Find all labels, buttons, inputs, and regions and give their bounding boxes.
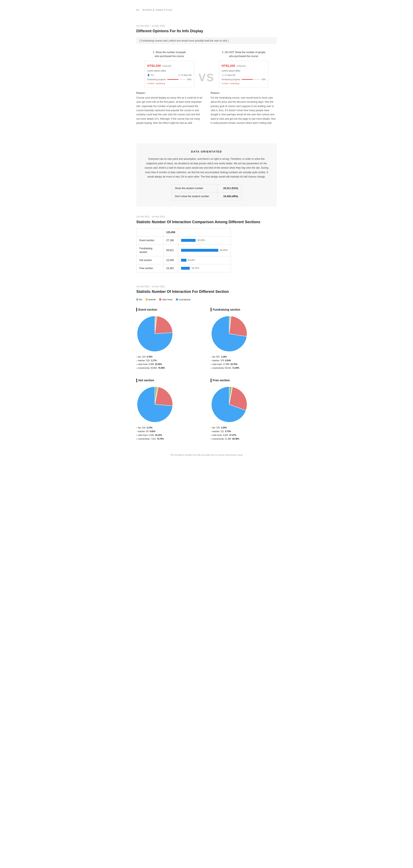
stats-row-label: Event section [137,236,163,244]
pie-label-item: ● courseJump: 50,615 72.49% [211,366,277,370]
pie-label-color: ● [211,438,212,440]
pie-label-color: ● [136,438,138,440]
section3: 1st Feb 2021 - 1st Nov 2021 Statistic Nu… [136,285,277,441]
chart-block-title: Fundraising section [211,308,277,312]
bar-fill [181,267,190,270]
data-orientated-text: Everyone has its own point and assumptio… [144,157,269,179]
legend-item: fav [136,298,142,301]
pie-labels: ● fav: 216 2.14%● teacher: 93 0.92%● vie… [136,426,202,441]
stats-row-bar: 22.02% [178,236,231,244]
pie-label-color: ● [136,367,138,369]
pie-label-color: ● [211,427,212,429]
pie-label-item: ● view more: 5,998 22.05% [136,363,202,366]
section1-title: Different Opinions For Its Info Display [136,28,277,34]
option1-card: NT$2,200 NT$3,600 Lorem ipsum dolor 👤 71… [144,61,194,88]
option2-reason: For the fundraising course, user would t… [211,96,277,125]
pie-label-color: ● [211,367,212,369]
option2-number: 2. DO NOT Show the number of peoplewho p… [211,51,277,58]
pie-label-pct: 23.22% [155,434,162,436]
pct-label: 56.55% [220,248,228,252]
pie-label-item: ● fav: 216 2.14% [136,426,202,430]
data-orientated-title: DATA ORIENTATED [144,150,269,154]
stats-row-bar: 13.27% [178,264,231,272]
pie-chart [136,315,178,353]
pie-label-pct: 0.92% [149,430,155,433]
stats-row-label: Free section [137,264,163,272]
pie-label-pct: 75.98% [158,367,165,369]
pie-label-pct: 69.48% [232,438,239,440]
legend-label: coursejump [179,298,191,301]
pie-label-pct: 25.76% [231,363,238,365]
legend-item: view more [159,298,172,301]
bar-fill [181,249,218,252]
pie-label-color: ● [136,434,138,436]
option2-card: NT$2,200 NT$3,600 Lorem ipsum dolor 🕐 12… [219,61,269,88]
pie-label-pct: 2.14% [147,427,152,429]
card1-tag: Online : fundraising [147,82,192,85]
data-table-row: Don't show the student number19,438 (49%… [172,192,242,200]
legend-item: teacher [146,298,156,301]
card1-price: NT$2,200 [147,63,161,68]
legend-dot [159,299,161,301]
card2-original-price: NT$3,600 [237,65,246,67]
card1-original-price: NT$3,600 [162,65,171,67]
stats-row-value: 10,058 [163,256,178,264]
pie-labels: ● fav: 837 1.19%● teacher: 379 0.54%● vi… [211,355,277,370]
bar-fill [181,239,196,242]
pie-label-color: ● [136,363,138,365]
section1-date: 1st Feb 2021 - 1st Nov 2021 [136,24,277,28]
pie-label-item: ● courseJump: 11,384 69.48% [211,437,277,441]
stats-total-bar [178,228,231,236]
pie-label-pct: 72.49% [232,367,239,369]
section1-subtitle: [ Fundraising course card | which one wo… [136,37,277,44]
data-orientated-section: DATA ORIENTATED Everyone has its own poi… [136,144,277,207]
data-row-value: 19,438 (49%) [217,192,241,200]
card1-buyers: 👤 712 [147,73,153,77]
stats-row-label: Fundraising section [137,244,163,256]
chart-block: Fundraising section● fav: 837 1.19%● tea… [211,308,277,370]
pie-label-color: ● [136,360,138,362]
pie-label-item: ● view more: 4,502 27.47% [211,433,277,437]
card2-price: NT$2,200 [221,63,235,68]
stats-row: Fundraising section 69,821 56.55% [137,244,231,256]
option1-number: 1. Show the number of peoplewho purchase… [136,51,202,58]
section2-date: 1st Feb 2021 - 1st Nov 2021 [136,215,277,218]
card2-tag: Online : fundraising [221,82,266,85]
pct-label: 22.02% [197,239,205,242]
pct-label: 8.14% [188,258,195,262]
section2: 1st Feb 2021 - 1st Nov 2021 Statistic Nu… [136,215,277,272]
card2-track [242,79,261,80]
card1-track [167,79,186,80]
pct-label: 13.27% [192,267,199,270]
pie-label-item: ● teacher: 319 1.17% [136,359,202,363]
stats-row-bar: 8.14% [178,256,231,264]
stats-total-value: 123,458 [163,228,178,236]
title-bar [211,308,211,311]
data-row-label: Don't show the student number [172,192,217,200]
pie-label-color: ● [211,430,212,433]
section2-title: Statistic Number Of Interaction Comparis… [136,219,277,225]
pie-label-pct: 0.78% [147,356,152,358]
option2-reason-label: Reason : [211,91,277,95]
legend-dot [146,299,148,301]
data-row-label: Show the student number [172,184,217,192]
option1-reason: Course card should display as many info … [136,96,202,125]
chart-block: Free section● fav: 376 2.29%● teacher: 1… [211,378,277,441]
stats-table: 123,458 Event section 27,196 22.02% Fund… [136,228,231,272]
stats-row-value: 16,383 [163,264,178,272]
stats-row: Hot section 10,058 8.14% [137,256,231,264]
legend-label: view more [162,298,172,301]
pie-label-pct: 22.05% [155,363,162,365]
card2-progress-label: fundraising progress [221,78,240,81]
card2-days: 🕐 12 days left [221,73,235,77]
pie-labels: ● fav: 214 0.78%● teacher: 319 1.17%● vi… [136,355,202,370]
pie-label-pct: 27.47% [230,434,236,436]
pie-label-pct: 0.73% [225,430,231,433]
stats-total-row: 123,458 [137,228,231,236]
card2-progress: fundraising progress 60% [221,78,266,81]
pie-label-pct: 73.70% [157,438,164,440]
chart-block-title: Hot section [136,378,202,382]
chart-legend: favteacherview morecoursejump [136,298,277,301]
footer-note: The GA figure wouldn't be fully accurate… [136,453,277,457]
card1-desc: Lorem ipsum dolor [147,69,192,72]
